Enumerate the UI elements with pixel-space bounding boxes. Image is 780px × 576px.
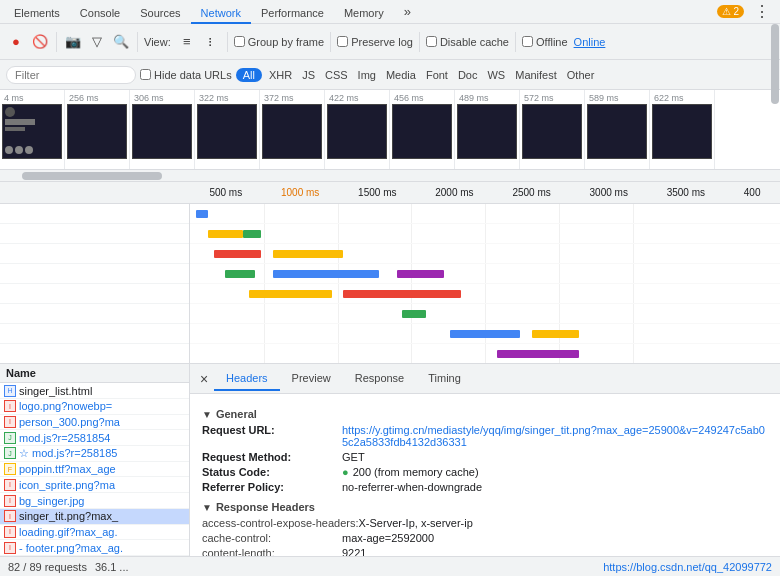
file-icon: F <box>4 463 16 475</box>
thumb-4[interactable]: 372 ms <box>260 90 325 169</box>
camera-button[interactable]: 📷 <box>63 32 83 52</box>
hide-data-urls-input[interactable] <box>140 69 151 80</box>
thumb-image-6 <box>392 104 452 159</box>
wf-bar-3c <box>397 270 444 278</box>
tab-elements[interactable]: Elements <box>4 4 70 24</box>
tab-network[interactable]: Network <box>191 4 251 24</box>
thumb-6[interactable]: 456 ms <box>390 90 455 169</box>
referrer-policy-value: no-referrer-when-downgrade <box>342 481 768 493</box>
filter-media[interactable]: Media <box>383 68 419 82</box>
filter-css[interactable]: CSS <box>322 68 351 82</box>
filter-img[interactable]: Img <box>355 68 379 82</box>
list-item[interactable]: F poppin.ttf?max_age <box>0 462 189 478</box>
offline-input[interactable] <box>522 36 533 47</box>
list-item[interactable]: I loading.gif?max_ag. <box>0 525 189 541</box>
details-content: ▼ General Request URL: https://y.gtimg.c… <box>190 394 780 556</box>
filter-js[interactable]: JS <box>299 68 318 82</box>
collapse-triangle-2: ▼ <box>202 502 212 513</box>
thumb-2[interactable]: 306 ms <box>130 90 195 169</box>
thumb-8[interactable]: 572 ms <box>520 90 585 169</box>
request-url-row: Request URL: https://y.gtimg.cn/mediasty… <box>202 424 768 448</box>
tab-preview[interactable]: Preview <box>280 367 343 391</box>
group-by-frame-input[interactable] <box>234 36 245 47</box>
request-url-value[interactable]: https://y.gtimg.cn/mediastyle/yqq/img/si… <box>342 424 768 448</box>
status-link[interactable]: https://blog.csdn.net/qq_42099772 <box>603 561 772 573</box>
wf-time-6: 3500 ms <box>667 187 705 198</box>
list-item[interactable]: J ☆ mod.js?r=258185 <box>0 446 189 462</box>
list-item[interactable]: I person_300.png?ma <box>0 415 189 431</box>
offline-checkbox[interactable]: Offline <box>522 36 568 48</box>
wf-bar-3a <box>225 270 255 278</box>
file-icon: I <box>4 526 16 538</box>
filter-ws[interactable]: WS <box>484 68 508 82</box>
wf-time-1: 1000 ms <box>281 187 319 198</box>
response-headers-section-title[interactable]: ▼ Response Headers <box>202 501 768 513</box>
request-method-label: Request Method: <box>202 451 342 463</box>
disable-cache-checkbox[interactable]: Disable cache <box>426 36 509 48</box>
filter-doc[interactable]: Doc <box>455 68 481 82</box>
list-item-active[interactable]: I singer_tit.png?max_ <box>0 509 189 525</box>
thumb-image-0 <box>2 104 62 159</box>
list-item[interactable]: I logo.png?nowebp= <box>0 399 189 415</box>
filter-input[interactable] <box>6 66 136 84</box>
search-button[interactable]: 🔍 <box>111 32 131 52</box>
filter-font[interactable]: Font <box>423 68 451 82</box>
tab-console[interactable]: Console <box>70 4 130 24</box>
tab-sources[interactable]: Sources <box>130 4 190 24</box>
filter-manifest[interactable]: Manifest <box>512 68 560 82</box>
file-icon: J <box>4 447 16 459</box>
list-item[interactable]: I icon_sprite.png?ma <box>0 477 189 493</box>
thumb-5[interactable]: 422 ms <box>325 90 390 169</box>
tab-timing[interactable]: Timing <box>416 367 473 391</box>
header-val-0: X-Server-Ip, x-server-ip <box>359 517 768 529</box>
list-item[interactable]: J mod.js?r=2581854 <box>0 430 189 446</box>
preserve-log-checkbox[interactable]: Preserve log <box>337 36 413 48</box>
view-label: View: <box>144 36 171 48</box>
wf-bar-1a <box>208 230 243 238</box>
group-by-frame-checkbox[interactable]: Group by frame <box>234 36 324 48</box>
header-val-1: max-age=2592000 <box>342 532 768 544</box>
list-item[interactable]: I - footer.png?max_ag. <box>0 540 189 556</box>
thumb-image-8 <box>522 104 582 159</box>
filter-all-button[interactable]: All <box>236 68 262 82</box>
filter-xhr[interactable]: XHR <box>266 68 295 82</box>
tab-performance[interactable]: Performance <box>251 4 334 24</box>
wf-bar-0a <box>196 210 208 218</box>
tab-memory[interactable]: Memory <box>334 4 394 24</box>
disable-cache-input[interactable] <box>426 36 437 47</box>
header-row-2: content-length: 9221 <box>202 547 768 556</box>
filter-button[interactable]: ▽ <box>87 32 107 52</box>
wf-time-7: 400 <box>744 187 761 198</box>
clear-button[interactable]: 🚫 <box>30 32 50 52</box>
separator-1 <box>56 32 57 52</box>
scroll-track[interactable] <box>0 170 780 182</box>
wf-bar-5a <box>402 310 426 318</box>
thumb-1[interactable]: 256 ms <box>65 90 130 169</box>
tab-response[interactable]: Response <box>343 367 417 391</box>
preserve-log-input[interactable] <box>337 36 348 47</box>
thumb-10[interactable]: 622 ms <box>650 90 715 169</box>
record-button[interactable]: ● <box>6 32 26 52</box>
hide-data-urls-checkbox[interactable]: Hide data URLs <box>140 69 232 81</box>
thumb-9[interactable]: 589 ms <box>585 90 650 169</box>
wf-bar-4b <box>343 290 461 298</box>
general-section-title[interactable]: ▼ General <box>202 408 768 420</box>
thumb-7[interactable]: 489 ms <box>455 90 520 169</box>
thumb-0[interactable]: 4 ms <box>0 90 65 169</box>
wf-bar-1b <box>243 230 261 238</box>
list-item[interactable]: H singer_list.html <box>0 383 189 399</box>
referrer-policy-label: Referrer Policy: <box>202 481 342 493</box>
thumb-3[interactable]: 322 ms <box>195 90 260 169</box>
filter-other[interactable]: Other <box>564 68 598 82</box>
list-item[interactable]: I bg_singer.jpg <box>0 493 189 509</box>
more-tabs-icon[interactable]: » <box>398 2 417 21</box>
network-list-panel: Name H singer_list.html I logo.png?noweb… <box>0 364 190 556</box>
close-details-button[interactable]: × <box>194 369 214 389</box>
tab-headers[interactable]: Headers <box>214 367 280 391</box>
view-list-icon[interactable]: ≡ <box>177 32 197 52</box>
dots-menu-icon[interactable]: ⋮ <box>748 0 776 23</box>
scroll-thumb[interactable] <box>22 172 162 180</box>
separator-3 <box>227 32 228 52</box>
separator-6 <box>515 32 516 52</box>
view-waterfall-icon[interactable]: ⫶ <box>201 32 221 52</box>
